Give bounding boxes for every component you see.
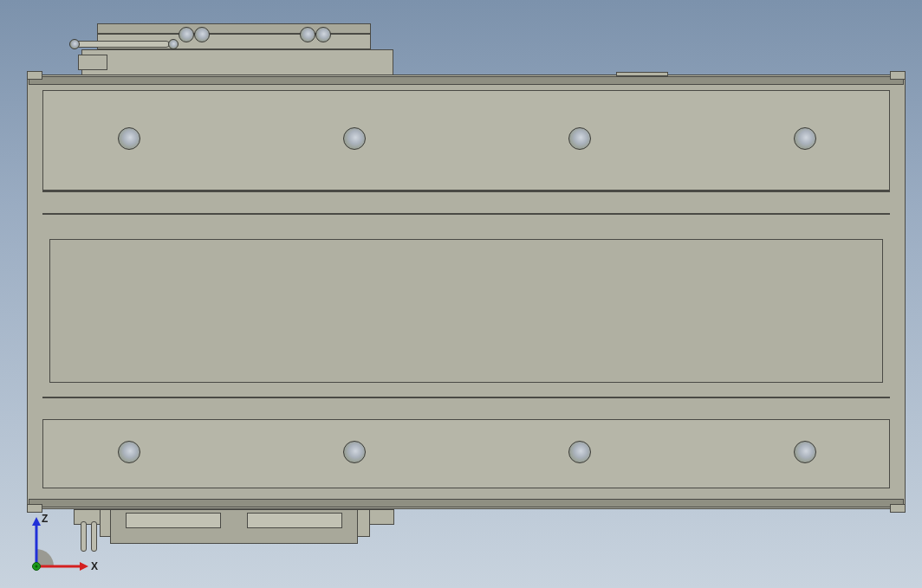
bottom-fixture [74, 509, 394, 557]
model-upper-rail [42, 90, 890, 191]
model-notch [616, 72, 668, 76]
model-tab [890, 71, 906, 80]
view-axis-triad[interactable]: X Z [19, 510, 106, 579]
svg-point-5 [36, 565, 38, 568]
mounting-hole [118, 441, 140, 463]
axis-x-label: X [91, 560, 98, 572]
mounting-hole [794, 441, 816, 463]
mounting-hole [568, 127, 591, 150]
svg-marker-3 [32, 517, 41, 526]
cad-viewport[interactable]: X Z [0, 0, 922, 588]
mounting-hole [343, 441, 366, 463]
mounting-hole [343, 127, 366, 150]
top-fixture [81, 23, 393, 75]
model-center-recess [49, 239, 883, 383]
mounting-hole [568, 441, 591, 463]
cad-model[interactable] [27, 74, 906, 509]
mounting-hole [794, 127, 816, 150]
model-tab [27, 71, 42, 80]
model-bottom-edge [29, 499, 904, 507]
model-top-edge [29, 76, 904, 85]
model-lower-rail [42, 419, 890, 488]
mounting-hole [118, 127, 140, 150]
axis-z-label: Z [42, 513, 48, 525]
model-tab [890, 504, 906, 513]
svg-marker-1 [80, 562, 88, 571]
